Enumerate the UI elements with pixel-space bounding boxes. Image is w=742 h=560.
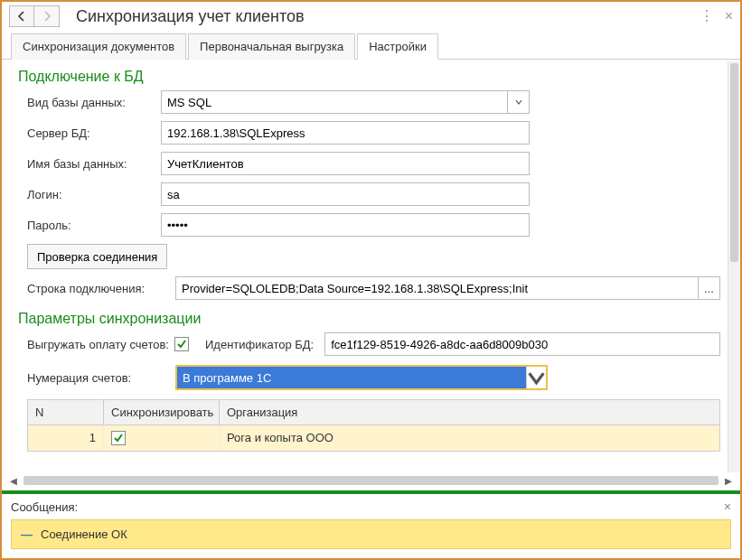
invoice-numbering-select-wrap: В программе 1С — [175, 365, 548, 390]
header: Синхронизация учет клиентов ⋮ × — [2, 2, 740, 33]
hscroll-track[interactable] — [23, 476, 719, 485]
db-login-input[interactable] — [161, 182, 530, 206]
tab-initial-export[interactable]: Первоначальная выгрузка — [188, 33, 355, 60]
db-id-input[interactable] — [324, 332, 720, 356]
connection-string-input[interactable] — [175, 276, 699, 300]
db-type-select[interactable] — [161, 90, 508, 114]
col-sync[interactable]: Синхронизировать — [104, 400, 220, 425]
messages-close-icon[interactable]: × — [724, 499, 731, 514]
hscroll-right-icon[interactable]: ► — [722, 474, 735, 487]
messages-panel: Сообщения: × — Соединение ОК — [2, 494, 740, 558]
db-type-dropdown-icon[interactable] — [508, 90, 530, 114]
kebab-menu-icon[interactable]: ⋮ — [700, 9, 714, 23]
table-row[interactable]: 1 Рога и копыта ООО — [28, 425, 719, 451]
export-payments-label: Выгружать оплату счетов: — [27, 338, 169, 351]
invoice-numbering-select[interactable]: В программе 1С — [177, 367, 526, 388]
horizontal-scrollbar[interactable]: ◄ ► — [2, 472, 740, 490]
organizations-table: N Синхронизировать Организация 1 Рога и … — [27, 399, 720, 452]
export-payments-checkbox[interactable] — [174, 337, 189, 351]
cell-n: 1 — [28, 425, 104, 451]
db-name-label: Имя базы данных: — [27, 157, 161, 171]
vertical-scrollbar[interactable] — [728, 61, 740, 472]
db-connection-heading: Подключение к БД — [18, 69, 720, 85]
sync-params-heading: Параметры синхронизации — [18, 311, 720, 327]
back-button[interactable] — [9, 5, 34, 27]
message-item[interactable]: — Соединение ОК — [11, 519, 731, 549]
col-n[interactable]: N — [28, 400, 104, 425]
settings-panel: Подключение к БД Вид базы данных: Сервер… — [2, 60, 728, 472]
connection-string-ellipsis-button[interactable]: ... — [699, 276, 720, 300]
scrollbar-thumb[interactable] — [730, 63, 738, 262]
message-dash-icon: — — [21, 527, 32, 541]
cell-sync — [104, 425, 220, 451]
row-sync-checkbox[interactable] — [111, 431, 126, 445]
tab-sync-documents[interactable]: Синхронизация документов — [11, 33, 186, 60]
db-password-input[interactable] — [161, 213, 530, 237]
cell-org: Рога и копыта ООО — [220, 425, 719, 451]
db-login-label: Логин: — [27, 188, 161, 201]
invoice-numbering-dropdown-icon[interactable] — [526, 367, 546, 388]
messages-title: Сообщения: — [11, 500, 78, 514]
forward-button[interactable] — [34, 5, 60, 27]
tab-settings[interactable]: Настройки — [357, 33, 438, 60]
message-text: Соединение ОК — [41, 527, 127, 541]
db-server-input[interactable] — [161, 121, 530, 145]
db-id-label: Идентификатор БД: — [205, 338, 314, 351]
db-name-input[interactable] — [161, 152, 530, 175]
page-title: Синхронизация учет клиентов — [76, 7, 700, 26]
hscroll-left-icon[interactable]: ◄ — [7, 474, 20, 487]
db-server-label: Сервер БД: — [27, 126, 161, 140]
test-connection-button[interactable]: Проверка соединения — [27, 244, 167, 269]
connection-string-label: Строка подключения: — [27, 282, 175, 295]
db-password-label: Пароль: — [27, 219, 161, 232]
db-type-label: Вид базы данных: — [27, 96, 161, 109]
col-org[interactable]: Организация — [220, 400, 719, 425]
tabs: Синхронизация документов Первоначальная … — [2, 33, 740, 60]
close-icon[interactable]: × — [725, 9, 733, 23]
invoice-numbering-label: Нумерация счетов: — [27, 371, 175, 385]
